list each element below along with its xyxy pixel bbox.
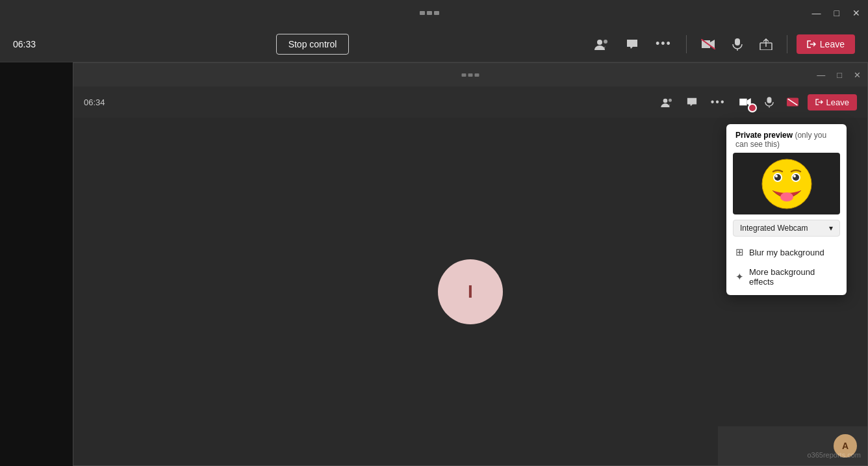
webcam-label: Integrated Webcam [740,224,808,233]
chevron-down-icon: ▾ [829,224,833,233]
inner-leave-button[interactable]: Leave [808,94,857,110]
participants-button[interactable] [589,34,614,54]
center-avatar: I [438,259,503,324]
inner-mute-button[interactable] [761,93,778,111]
svg-point-21 [793,175,796,177]
inner-more-button[interactable]: ••• [707,93,730,111]
outer-topbar: 06:33 Stop control ••• [0,26,868,62]
popup-header: Private preview (only you can see this) [726,124,847,153]
outer-window-controls: — □ ✕ [812,8,860,18]
avatar-initial: I [468,281,473,302]
close-button[interactable]: ✕ [852,8,860,18]
svg-point-20 [775,175,778,177]
effects-icon: ✦ [735,271,744,283]
inner-window-controls: — □ ✕ [817,70,861,80]
svg-point-18 [774,174,781,181]
popup-header-bold: Private preview [735,131,793,140]
svg-rect-4 [735,38,740,45]
inner-call-timer: 06:34 [84,97,105,107]
inner-window-wrapper: — □ ✕ 06:34 ••• [0,62,868,466]
maximize-button[interactable]: □ [834,8,839,18]
watermark: o365reports.com [807,451,861,459]
leave-label: Leave [820,39,845,49]
inner-minimize-button[interactable]: — [817,70,825,80]
inner-chat-button[interactable] [682,94,702,110]
divider [686,35,687,53]
share-button[interactable] [754,34,778,54]
inner-close-button[interactable]: ✕ [854,70,861,80]
blur-background-item[interactable]: ⊞ Blur my background [726,242,847,263]
corner-avatar-area: A [718,426,867,465]
cam-indicator [748,103,757,112]
call-timer: 06:33 [13,39,36,49]
cam-status-dot [749,105,756,111]
title-icon [420,11,439,15]
svg-point-19 [793,174,799,181]
corner-avatar-initial: A [842,441,849,451]
leave-button[interactable]: Leave [797,34,855,54]
outer-call-controls: ••• Leave [589,33,855,55]
video-toggle-button[interactable] [696,35,721,53]
inner-titlebar: — □ ✕ [73,63,867,86]
svg-rect-10 [767,97,771,103]
webcam-select[interactable]: Integrated Webcam ▾ [733,220,840,237]
outer-titlebar: — □ ✕ [0,0,868,26]
inner-title-icon [462,73,479,77]
inner-maximize-button[interactable]: □ [837,70,842,80]
effects-label: More background effects [749,267,837,287]
camera-popup: Private preview (only you can see this) [726,124,847,295]
inner-leave-label: Leave [826,97,849,107]
blur-icon: ⊞ [735,246,744,258]
video-btn-container [735,94,756,110]
inner-participants-button[interactable] [657,94,677,110]
svg-point-22 [780,192,793,201]
outer-window: — □ ✕ 06:33 Stop control ••• [0,0,868,466]
popup-preview [733,153,840,214]
mute-button[interactable] [727,34,748,55]
inner-call-controls: ••• [657,93,857,111]
blur-label: Blur my background [749,248,824,257]
inner-title-center [462,73,479,77]
inner-end-button[interactable] [783,94,802,110]
inner-window: — □ ✕ 06:34 ••• [73,62,868,466]
svg-point-0 [597,40,602,45]
left-strip [0,62,73,466]
svg-point-8 [669,98,672,101]
divider2 [787,35,787,53]
outer-title-center [420,11,439,15]
svg-point-7 [663,98,667,103]
more-effects-item[interactable]: ✦ More background effects [726,263,847,291]
inner-topbar: 06:34 ••• [73,86,867,118]
svg-point-1 [604,40,607,44]
preview-emoji [761,158,813,210]
chat-button[interactable] [620,34,644,54]
minimize-button[interactable]: — [812,8,821,18]
stop-control-button[interactable]: Stop control [276,34,350,55]
more-button[interactable]: ••• [650,33,677,55]
